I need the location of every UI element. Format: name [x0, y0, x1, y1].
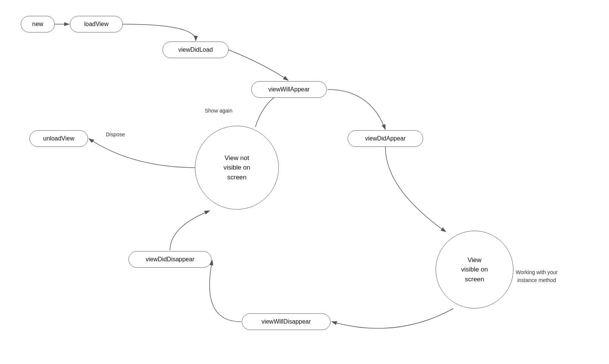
label-dispose: Dispose [106, 131, 125, 137]
node-viewDidLoad: viewDidLoad [162, 42, 229, 58]
node-viewDidAppear: viewDidAppear [348, 130, 423, 147]
diagram-container: new loadView viewDidLoad viewWillAppear … [0, 0, 609, 364]
node-viewDidDisappear: viewDidDisappear [128, 251, 212, 268]
node-viewVisible: View visible on screen [436, 231, 513, 308]
node-loadView: loadView [70, 16, 123, 32]
node-viewWillDisappear: viewWillDisappear [242, 313, 331, 330]
node-viewWillAppear: viewWillAppear [251, 81, 327, 98]
node-new: new [21, 16, 55, 32]
label-showAgain: Show again [205, 108, 232, 114]
node-viewNotVisible: View not visible on screen [195, 126, 279, 210]
diagram-svg [0, 0, 609, 364]
node-unloadView: unloadView [29, 130, 88, 147]
label-workingWith: Working with your instance method [516, 261, 558, 284]
